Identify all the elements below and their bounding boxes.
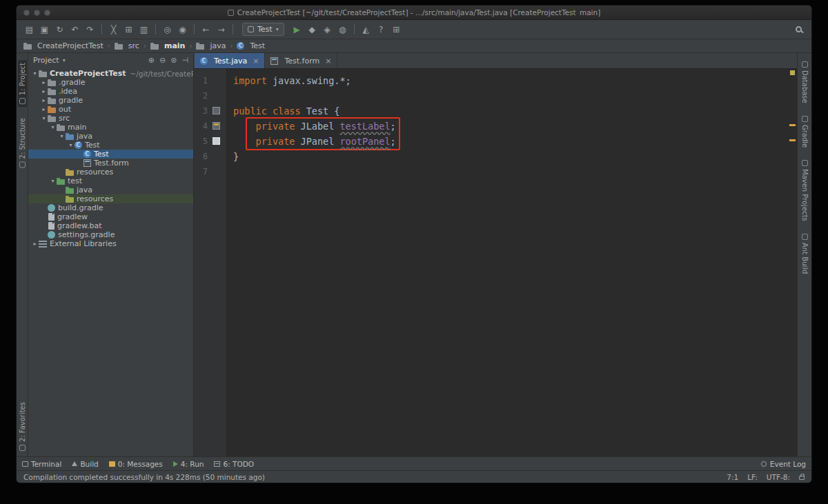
project-tool-window: Project ▾ ⊕⊖⊛⊣ ▾CreateProjectTest~/git/t…	[28, 53, 194, 456]
tree-item-createprojecttest[interactable]: ▾CreateProjectTest~/git/test/CreateProje…	[28, 69, 193, 78]
paste-icon[interactable]: ▥	[137, 22, 151, 37]
tree-item-gradle[interactable]: ▸.gradle	[28, 78, 193, 87]
editor-tab-test-form[interactable]: Test.form×	[265, 53, 337, 68]
tool-window-button-4-run[interactable]: 4: Run	[173, 460, 204, 468]
expand-all-icon[interactable]: ⊕	[148, 56, 155, 65]
run-configuration-selector[interactable]: Test▾	[242, 23, 284, 36]
tree-expanded-arrow-icon[interactable]: ▾	[40, 115, 48, 121]
tool-windows-icon[interactable]: ⊞	[389, 22, 404, 37]
tree-item-test[interactable]: Test	[28, 150, 193, 159]
tool-window-button-ant-build[interactable]: Ant Build	[801, 234, 809, 274]
breadcrumb-item-java[interactable]: java	[196, 41, 226, 50]
cut-icon[interactable]: ╳	[106, 22, 121, 37]
project-panel-title[interactable]: Project	[33, 56, 59, 65]
caret-position-widget[interactable]: 7:1	[727, 473, 738, 481]
minimize-window-button[interactable]	[34, 10, 40, 16]
collapse-all-icon[interactable]: ⊖	[159, 56, 166, 65]
tree-collapsed-arrow-icon[interactable]: ▸	[40, 97, 48, 103]
tree-collapsed-arrow-icon[interactable]: ▸	[31, 241, 39, 247]
editor-tab-test-java[interactable]: Test.java×	[195, 53, 265, 68]
tree-item-main[interactable]: ▾main	[28, 123, 193, 132]
tool-window-button-terminal[interactable]: Terminal	[22, 460, 61, 468]
undo-icon[interactable]: ↶	[68, 22, 82, 37]
tree-item-out[interactable]: ▸out	[28, 105, 193, 114]
tree-expanded-arrow-icon[interactable]: ▾	[58, 133, 66, 139]
settings-icon[interactable]: ⊛	[170, 56, 177, 65]
tool-window-button-maven-projects[interactable]: Maven Projects	[801, 160, 809, 221]
tree-item-src[interactable]: ▾src	[28, 114, 193, 123]
lock-icon[interactable]	[799, 476, 805, 480]
breadcrumb-item-test[interactable]: Test	[237, 41, 265, 50]
profiler-icon[interactable]: ◍	[335, 22, 350, 37]
tree-expanded-arrow-icon[interactable]: ▾	[49, 124, 57, 130]
tool-window-button-2-structure[interactable]: 2: Structure	[19, 118, 26, 168]
help-icon[interactable]: ?	[374, 22, 388, 37]
tree-expanded-arrow-icon[interactable]: ▾	[31, 70, 39, 77]
gutter-form2-icon[interactable]	[213, 122, 220, 130]
synchronize-icon[interactable]: ↻	[52, 22, 67, 37]
tree-item-java[interactable]: ▾java	[28, 132, 193, 141]
copy-icon[interactable]: ⊞	[121, 22, 136, 37]
build-project-icon[interactable]: ◭	[359, 22, 373, 37]
tree-item-gradlew-bat[interactable]: gradlew.bat	[28, 221, 193, 230]
tool-window-button-0-messages[interactable]: 0: Messages	[109, 460, 163, 468]
tree-item-idea[interactable]: ▸.idea	[28, 87, 193, 96]
breadcrumb-item-src[interactable]: src	[115, 41, 139, 50]
tree-collapsed-arrow-icon[interactable]: ▸	[40, 88, 48, 94]
encoding-widget[interactable]: UTF-8:	[767, 473, 790, 481]
libs-icon	[39, 241, 47, 248]
warning-stripe-mark[interactable]	[789, 139, 796, 141]
close-tab-icon[interactable]: ×	[253, 57, 259, 65]
open-icon[interactable]: ▤	[22, 22, 37, 37]
tool-window-button-2-favorites[interactable]: 2: Favorites	[19, 402, 26, 451]
tree-item-label: test	[68, 177, 82, 185]
tree-expanded-arrow-icon[interactable]: ▾	[49, 178, 57, 184]
tree-item-external-libraries[interactable]: ▸External Libraries	[28, 239, 193, 248]
coverage-icon[interactable]: ◈	[320, 22, 335, 37]
zoom-window-button[interactable]	[44, 10, 50, 16]
inspection-indicator-icon[interactable]	[790, 70, 795, 75]
redo-icon[interactable]: ↷	[83, 22, 97, 37]
tree-expanded-arrow-icon[interactable]: ▾	[67, 142, 75, 148]
save-all-icon[interactable]: ▣	[37, 22, 52, 37]
close-window-button[interactable]	[23, 10, 30, 16]
folder-out-icon	[48, 108, 56, 113]
tree-item-test[interactable]: ▾Test	[28, 141, 193, 150]
line-separator-widget[interactable]: LF:	[747, 473, 758, 481]
tool-window-button-gradle[interactable]: Gradle	[801, 116, 809, 148]
event-log-button[interactable]: Event Log	[761, 460, 806, 468]
tree-item-resources[interactable]: resources	[28, 194, 193, 203]
tree-item-java[interactable]: java	[28, 185, 193, 194]
back-icon[interactable]: ←	[199, 22, 213, 37]
tree-item-test-form[interactable]: Test.form	[28, 159, 193, 168]
search-everywhere-icon[interactable]	[796, 26, 802, 32]
chevron-down-icon[interactable]: ▾	[63, 57, 66, 63]
tool-window-button-6-todo[interactable]: 6: TODO	[214, 460, 254, 468]
code-editor[interactable]: 1234567 import javax.swing.*;public clas…	[194, 69, 797, 456]
breadcrumb-item-createprojecttest[interactable]: CreateProjectTest	[23, 41, 103, 50]
titlebar[interactable]: CreateProjectTest [~/git/test/CreateProj…	[17, 6, 811, 20]
run-icon[interactable]: ▶	[290, 22, 304, 37]
tool-window-button-1-project[interactable]: 1: Project	[18, 60, 27, 107]
tree-item-settings-gradle[interactable]: settings.gradle	[28, 230, 193, 239]
tree-item-resources[interactable]: resources	[28, 168, 193, 177]
tool-window-button-build[interactable]: Build	[72, 460, 98, 468]
tree-item-test[interactable]: ▾test	[28, 177, 193, 185]
gutter-form1-icon[interactable]	[213, 107, 220, 114]
tree-item-build-gradle[interactable]: build.gradle	[28, 203, 193, 212]
replace-icon[interactable]: ◉	[175, 22, 190, 37]
code-line: private JLabel testLabel;	[226, 119, 797, 134]
tree-collapsed-arrow-icon[interactable]: ▸	[40, 106, 48, 112]
debug-icon[interactable]: ◆	[305, 22, 319, 37]
tool-window-button-database[interactable]: Database	[801, 61, 809, 103]
gutter-square-icon[interactable]	[213, 137, 220, 145]
tree-collapsed-arrow-icon[interactable]: ▸	[40, 79, 48, 85]
breadcrumb-item-main[interactable]: main	[150, 41, 186, 50]
warning-stripe-mark[interactable]	[789, 124, 796, 126]
tree-item-gradle[interactable]: ▸gradle	[28, 96, 193, 105]
hide-panel-icon[interactable]: ⊣	[181, 56, 188, 65]
close-tab-icon[interactable]: ×	[325, 57, 331, 65]
forward-icon[interactable]: →	[214, 22, 228, 37]
find-icon[interactable]: ◎	[160, 22, 175, 37]
tree-item-gradlew[interactable]: gradlew	[28, 212, 193, 221]
